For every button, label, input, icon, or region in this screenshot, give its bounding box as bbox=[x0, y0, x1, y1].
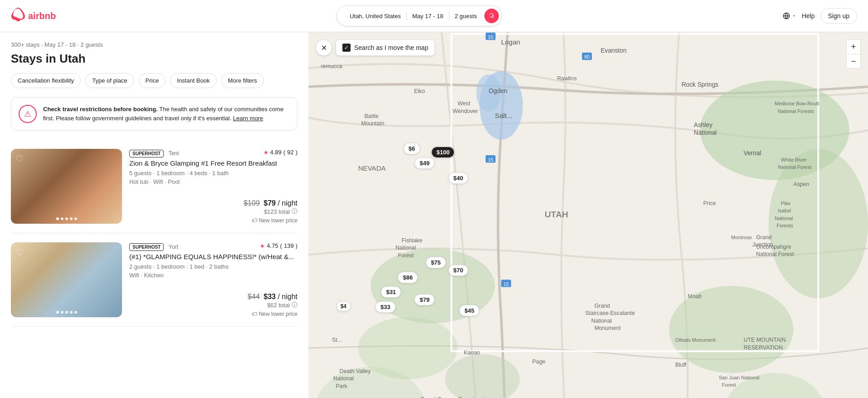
review-count-1: ( bbox=[283, 149, 285, 156]
svg-text:Elko: Elko bbox=[414, 88, 425, 94]
listing-title-2[interactable]: (#1) *GLAMPING EQUALS HAPPINESS!* (w/Hea… bbox=[129, 253, 297, 260]
dot-2-3 bbox=[65, 311, 68, 314]
search-location[interactable]: Utah, United States bbox=[344, 11, 406, 21]
zoom-in-button[interactable]: + bbox=[846, 39, 861, 54]
alert-text: Check travel restrictions before booking… bbox=[43, 105, 290, 123]
filter-cancellation[interactable]: Cancellation flexibility bbox=[11, 73, 81, 88]
svg-text:National: National bbox=[775, 216, 793, 221]
header-right: Help Sign up bbox=[783, 8, 857, 24]
filter-more[interactable]: More filters bbox=[221, 73, 264, 88]
svg-text:Oilsato Monument: Oilsato Monument bbox=[675, 337, 716, 343]
total-1: $123 total bbox=[264, 208, 290, 215]
image-dots-1 bbox=[56, 217, 77, 220]
price-pin-45[interactable]: $45 bbox=[459, 305, 479, 316]
logo[interactable]: airbnb bbox=[11, 7, 56, 25]
svg-text:Price: Price bbox=[703, 200, 716, 206]
search-as-move-label: Search as I move the map bbox=[354, 44, 428, 51]
svg-text:Forest: Forest bbox=[398, 252, 414, 259]
price-pin-33[interactable]: $33 bbox=[375, 301, 395, 313]
language-button[interactable] bbox=[783, 12, 796, 20]
price-pin-86[interactable]: $86 bbox=[398, 272, 418, 283]
left-panel: 300+ stays · May 17 - 18 · 2 guests Stay… bbox=[0, 32, 308, 398]
alert-icon-symbol: ⚠ bbox=[24, 109, 31, 119]
svg-text:Bluff: Bluff bbox=[675, 362, 687, 368]
listing-title-1[interactable]: Zion & Bryce Glamping #1 Free Resort Bre… bbox=[129, 159, 297, 167]
airbnb-logo-icon bbox=[11, 7, 25, 25]
zoom-out-button[interactable]: − bbox=[846, 54, 861, 69]
map-container[interactable]: Logan Ogden Salt... Evanston Rock Spring… bbox=[308, 32, 868, 398]
search-bar[interactable]: Utah, United States May 17 - 18 2 guests bbox=[336, 5, 502, 26]
filter-instant-book[interactable]: Instant Book bbox=[170, 73, 216, 88]
dot-2-1 bbox=[56, 311, 59, 314]
search-as-move-toggle[interactable]: ✓ Search as I move the map bbox=[336, 39, 435, 56]
map-close-button[interactable]: ✕ bbox=[316, 39, 332, 56]
dot-2-4 bbox=[70, 311, 73, 314]
right-panel: Logan Ogden Salt... Evanston Rock Spring… bbox=[308, 32, 868, 398]
listing-price-area-1: $109 $79 / night $123 total ⓘ 🏷 New lowe… bbox=[129, 199, 297, 224]
svg-text:Vernal: Vernal bbox=[744, 150, 761, 157]
listing-top-1: SUPERHOST Tent ★ 4.89 (92) bbox=[129, 149, 297, 157]
dot-1 bbox=[56, 217, 59, 220]
search-button[interactable] bbox=[484, 9, 499, 23]
dot-2-2 bbox=[61, 311, 63, 314]
alert-title: Check travel restrictions before booking… bbox=[43, 106, 158, 113]
info-icon-2: ⓘ bbox=[292, 301, 297, 309]
price-pin-100[interactable]: $100 bbox=[431, 147, 454, 158]
dot-2-5 bbox=[74, 311, 77, 314]
svg-text:West: West bbox=[458, 100, 470, 107]
svg-text:remucca: remucca bbox=[321, 63, 342, 69]
price-pin-40[interactable]: $40 bbox=[449, 172, 468, 184]
filter-price[interactable]: Price bbox=[139, 73, 166, 88]
svg-text:15: 15 bbox=[488, 157, 493, 162]
svg-text:Aspen: Aspen bbox=[793, 182, 809, 188]
svg-text:Salt...: Salt... bbox=[495, 112, 512, 119]
svg-text:Staircase-Escalante: Staircase-Escalante bbox=[585, 310, 635, 316]
svg-text:UTAH: UTAH bbox=[545, 210, 568, 219]
svg-text:15: 15 bbox=[488, 34, 493, 40]
price-pin-70[interactable]: $70 bbox=[449, 265, 468, 276]
original-price-2: $44 bbox=[248, 293, 260, 300]
superhost-badge-2: SUPERHOST bbox=[129, 243, 164, 251]
info-icon-1: ⓘ bbox=[292, 207, 297, 216]
svg-text:San Juan National: San Juan National bbox=[719, 375, 760, 380]
listing-badge-type-2: SUPERHOST Yurt bbox=[129, 242, 178, 251]
help-button[interactable]: Help bbox=[802, 12, 815, 20]
price-pin-79[interactable]: $79 bbox=[414, 294, 434, 305]
current-price-1: $79 bbox=[263, 199, 276, 207]
listing-image-1: ♡ bbox=[11, 149, 122, 224]
logo-text: airbnb bbox=[28, 11, 56, 21]
price-pin-75[interactable]: $75 bbox=[426, 257, 446, 268]
search-dates[interactable]: May 17 - 18 bbox=[407, 11, 449, 21]
signup-button[interactable]: Sign up bbox=[820, 8, 857, 24]
alert-learn-more-link[interactable]: Learn more bbox=[233, 115, 263, 122]
search-guests[interactable]: 2 guests bbox=[449, 11, 483, 21]
header: airbnb Utah, United States May 17 - 18 2… bbox=[0, 0, 868, 32]
wishlist-button-1[interactable]: ♡ bbox=[15, 153, 24, 164]
price-suffix-1: / night bbox=[278, 199, 297, 207]
svg-text:Junction: Junction bbox=[752, 241, 773, 248]
svg-text:National: National bbox=[333, 375, 354, 382]
listing-info-1: SUPERHOST Tent ★ 4.89 (92) Zion & Bryce … bbox=[129, 149, 297, 224]
lower-price-badge-1: 🏷 New lower price bbox=[252, 217, 297, 224]
filter-type-of-place[interactable]: Type of place bbox=[85, 73, 134, 88]
svg-text:Battle: Battle bbox=[364, 113, 379, 119]
wishlist-button-2[interactable]: ♡ bbox=[15, 247, 24, 258]
svg-text:Forest: Forest bbox=[722, 382, 736, 388]
price-pin-4[interactable]: $4 bbox=[336, 301, 351, 311]
current-price-2: $33 bbox=[263, 293, 276, 300]
lower-price-badge-2: 🏷 New lower price bbox=[252, 311, 297, 317]
star-icon-2: ★ bbox=[260, 243, 265, 249]
listing-card-1: ♡ SUPERHOST Tent ★ 4.89 bbox=[11, 140, 297, 233]
listing-amenities-1: Hot tub · Wifi · Pool bbox=[129, 178, 297, 185]
listing-info-2: SUPERHOST Yurt ★ 4.75 (139) (#1) *GLAMPI… bbox=[129, 242, 297, 317]
svg-text:National Forest: National Forest bbox=[756, 251, 794, 257]
price-pin-49[interactable]: $49 bbox=[414, 157, 434, 169]
svg-text:Ashley: Ashley bbox=[694, 122, 712, 128]
alert-icon: ⚠ bbox=[19, 105, 37, 123]
listing-amenities-2: Wifi · Kitchen bbox=[129, 272, 297, 279]
image-dots-2 bbox=[56, 311, 77, 314]
price-pin-31[interactable]: $31 bbox=[381, 286, 401, 298]
map-controls-top: ✕ ✓ Search as I move the map bbox=[316, 39, 435, 56]
svg-text:Rock Springs: Rock Springs bbox=[682, 81, 719, 88]
price-pin-6[interactable]: $6 bbox=[404, 143, 420, 154]
